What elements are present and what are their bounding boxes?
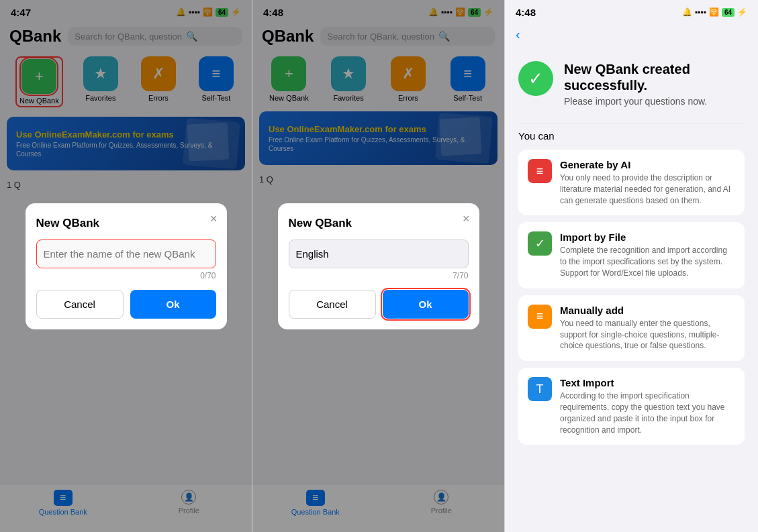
modal-title-1: New QBank bbox=[36, 217, 216, 230]
import-file-title: Import by File bbox=[560, 231, 735, 243]
char-count-2: 7/70 bbox=[289, 271, 469, 280]
signal-icon-3: ▪▪▪▪ bbox=[695, 7, 706, 17]
charge-icon-3: ⚡ bbox=[737, 7, 747, 17]
manually-add-symbol: ≡ bbox=[536, 309, 544, 323]
modal-input-1[interactable] bbox=[36, 240, 216, 268]
text-import-desc: According to the import specification re… bbox=[560, 390, 735, 435]
success-title: New QBank createdsuccessfully. bbox=[564, 61, 707, 93]
modal-input-2[interactable] bbox=[289, 240, 469, 268]
check-symbol: ✓ bbox=[528, 68, 543, 89]
wifi-icon-3: 🛜 bbox=[709, 7, 719, 17]
modal-buttons-1: Cancel Ok bbox=[36, 290, 216, 319]
modal-buttons-2: Cancel Ok bbox=[289, 290, 469, 319]
panel-2: 4:48 🔔 ▪▪▪▪ 🛜 64 ⚡ QBank Search for QBan… bbox=[252, 0, 505, 532]
modal-2: New QBank × 7/70 Cancel Ok bbox=[278, 203, 479, 329]
success-header: ✓ New QBank createdsuccessfully. Please … bbox=[518, 61, 745, 107]
generate-ai-icon: ≡ bbox=[528, 159, 552, 183]
option-generate-ai[interactable]: ≡ Generate by AI You only need to provid… bbox=[518, 150, 745, 215]
manually-add-desc: You need to manually enter the questions… bbox=[560, 318, 735, 352]
generate-ai-desc: You only need to provide the description… bbox=[560, 172, 735, 206]
text-import-content: Text Import According to the import spec… bbox=[560, 377, 735, 435]
status-time-3: 4:48 bbox=[516, 7, 536, 18]
back-button[interactable]: ‹ bbox=[516, 24, 520, 45]
modal-title-2: New QBank bbox=[289, 217, 469, 230]
manually-add-icon: ≡ bbox=[528, 305, 552, 329]
success-text: New QBank createdsuccessfully. Please im… bbox=[564, 61, 707, 107]
you-can-label: You can bbox=[518, 130, 745, 142]
bell-icon-3: 🔔 bbox=[682, 7, 692, 17]
option-text-import[interactable]: T Text Import According to the import sp… bbox=[518, 368, 745, 445]
generate-ai-title: Generate by AI bbox=[560, 159, 735, 170]
text-import-title: Text Import bbox=[560, 377, 735, 388]
import-file-desc: Complete the recognition and import acco… bbox=[560, 245, 735, 278]
modal-close-button-2[interactable]: × bbox=[463, 213, 470, 225]
cancel-button-1[interactable]: Cancel bbox=[36, 290, 124, 319]
success-container: ✓ New QBank createdsuccessfully. Please … bbox=[505, 48, 758, 532]
option-manually-add[interactable]: ≡ Manually add You need to manually ente… bbox=[518, 295, 745, 361]
ok-button-2[interactable]: Ok bbox=[383, 290, 469, 319]
modal-1: New QBank × 0/70 Cancel Ok bbox=[26, 203, 227, 329]
status-bar-3: 4:48 🔔 ▪▪▪▪ 🛜 64 ⚡ bbox=[505, 0, 758, 21]
panel-1: 4:47 🔔 ▪▪▪▪ 🛜 64 ⚡ QBank Search for QBan… bbox=[0, 0, 252, 532]
char-count-1: 0/70 bbox=[36, 271, 216, 280]
success-subtitle: Please import your questions now. bbox=[564, 96, 707, 107]
status-icons-3: 🔔 ▪▪▪▪ 🛜 64 ⚡ bbox=[682, 7, 747, 17]
import-file-symbol: ✓ bbox=[535, 236, 545, 251]
option-import-file[interactable]: ✓ Import by File Complete the recognitio… bbox=[518, 222, 745, 288]
overlay-2: New QBank × 7/70 Cancel Ok bbox=[252, 0, 504, 532]
success-check-icon: ✓ bbox=[518, 61, 553, 96]
generate-ai-content: Generate by AI You only need to provide … bbox=[560, 159, 735, 206]
text-import-icon: T bbox=[528, 377, 552, 401]
manually-add-title: Manually add bbox=[560, 305, 735, 316]
panel-3: 4:48 🔔 ▪▪▪▪ 🛜 64 ⚡ ‹ ✓ New QBank created… bbox=[505, 0, 758, 532]
battery-3: 64 bbox=[722, 8, 735, 17]
manually-add-content: Manually add You need to manually enter … bbox=[560, 305, 735, 352]
import-file-content: Import by File Complete the recognition … bbox=[560, 231, 735, 278]
back-area: ‹ bbox=[505, 21, 758, 48]
modal-close-button-1[interactable]: × bbox=[210, 213, 218, 225]
ok-button-1[interactable]: Ok bbox=[130, 290, 216, 319]
divider-1 bbox=[518, 123, 745, 123]
generate-ai-symbol: ≡ bbox=[536, 164, 544, 178]
overlay-1: New QBank × 0/70 Cancel Ok bbox=[0, 0, 252, 532]
text-import-symbol: T bbox=[536, 382, 544, 396]
cancel-button-2[interactable]: Cancel bbox=[289, 290, 376, 319]
import-file-icon: ✓ bbox=[528, 231, 552, 256]
